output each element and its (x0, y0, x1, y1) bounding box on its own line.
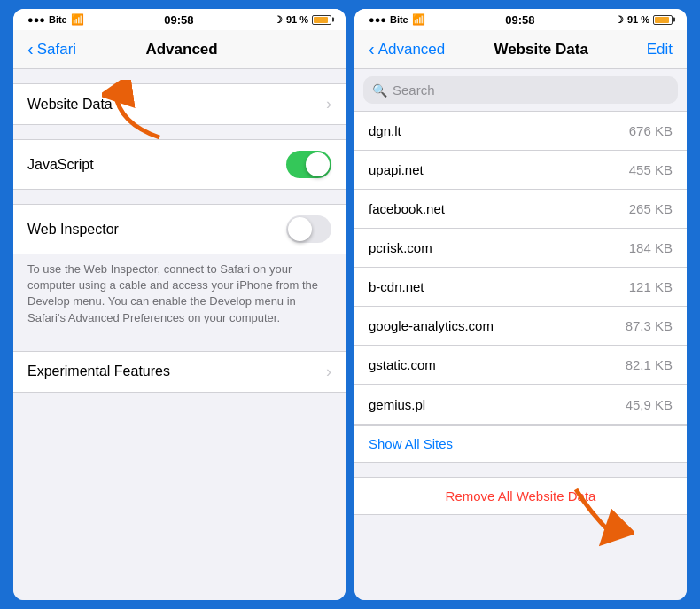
javascript-item: JavaScript (13, 140, 346, 189)
site-size-6: 82,1 KB (626, 357, 673, 372)
show-all-sites-label: Show All Sites (369, 436, 453, 451)
battery-icon-right (653, 15, 673, 25)
search-placeholder: Search (393, 82, 435, 98)
experimental-features-item[interactable]: Experimental Features › (13, 352, 346, 392)
nav-title-right: Website Data (494, 41, 587, 59)
moon-icon-right: ☽ (615, 14, 624, 26)
site-item-7[interactable]: gemius.pl 45,9 KB (354, 385, 687, 424)
site-size-0: 676 KB (629, 123, 673, 138)
site-name-1: upapi.net (369, 162, 424, 177)
back-button-left[interactable]: ‹ Safari (27, 39, 76, 59)
web-inspector-toggle[interactable] (286, 215, 331, 243)
search-icon: 🔍 (372, 83, 387, 98)
site-name-4: b-cdn.net (369, 279, 424, 294)
carrier-right: Bite (390, 14, 408, 25)
status-bar-right: ●●● Bite 📶 09:58 ☽ 91 % (354, 9, 687, 30)
javascript-label: JavaScript (27, 157, 94, 173)
site-item-5[interactable]: google-analytics.com 87,3 KB (354, 307, 687, 346)
nav-bar-right: ‹ Advanced Website Data Edit (354, 30, 687, 69)
time-right: 09:58 (505, 13, 534, 27)
nav-title-left: Advanced (145, 41, 217, 59)
signal-icon: ●●● (27, 14, 45, 25)
site-item-2[interactable]: facebook.net 265 KB (354, 190, 687, 229)
back-chevron-left: ‹ (27, 39, 34, 59)
site-size-1: 455 KB (629, 162, 673, 177)
site-item-6[interactable]: gstatic.com 82,1 KB (354, 346, 687, 385)
battery-icon-left (312, 15, 331, 25)
site-name-0: dgn.lt (369, 123, 401, 138)
back-chevron-right: ‹ (369, 39, 375, 59)
wifi-icon-left: 📶 (71, 13, 84, 26)
site-size-7: 45,9 KB (626, 397, 673, 412)
search-bar[interactable]: 🔍 Search (363, 76, 678, 104)
signal-icon-right: ●●● (369, 14, 386, 25)
show-all-sites-button[interactable]: Show All Sites (354, 425, 687, 463)
back-label-right: Advanced (378, 41, 446, 59)
web-inspector-item: Web Inspector (13, 205, 346, 254)
time-left: 09:58 (164, 13, 193, 27)
arrow-annotation-down (563, 476, 634, 547)
arrow-annotation-up (102, 80, 173, 142)
website-data-chevron: › (326, 95, 331, 113)
site-size-3: 184 KB (629, 240, 673, 255)
website-data-item[interactable]: Website Data › (13, 84, 346, 124)
right-content: 🔍 Search dgn.lt 676 KB upapi.net 455 KB … (354, 69, 687, 600)
site-name-6: gstatic.com (369, 357, 436, 372)
site-size-4: 121 KB (629, 279, 673, 294)
back-label-left: Safari (37, 41, 76, 59)
moon-icon-left: ☽ (274, 14, 283, 26)
back-button-right[interactable]: ‹ Advanced (369, 39, 445, 59)
right-phone-screen: ●●● Bite 📶 09:58 ☽ 91 % ‹ Advanced Websi… (354, 9, 687, 600)
left-phone-screen: ●●● Bite 📶 09:58 ☽ 91 % ‹ Safari Advance… (13, 9, 346, 600)
website-data-label: Website Data (27, 97, 113, 113)
site-item-0[interactable]: dgn.lt 676 KB (354, 112, 687, 151)
javascript-toggle[interactable] (286, 151, 331, 178)
left-content: Website Data › JavaScript (13, 69, 346, 600)
site-item-4[interactable]: b-cdn.net 121 KB (354, 268, 687, 307)
battery-pct-right: 91 % (627, 14, 649, 25)
site-name-5: google-analytics.com (369, 318, 494, 333)
status-bar-left: ●●● Bite 📶 09:58 ☽ 91 % (13, 9, 346, 30)
site-item-3[interactable]: pcrisk.com 184 KB (354, 229, 687, 268)
edit-button[interactable]: Edit (637, 41, 673, 59)
site-name-3: pcrisk.com (369, 240, 432, 255)
experimental-features-chevron: › (326, 363, 331, 381)
web-inspector-label: Web Inspector (27, 222, 119, 238)
remove-all-button[interactable]: Remove All Website Data (354, 477, 687, 515)
site-name-2: facebook.net (369, 201, 445, 216)
site-size-5: 87,3 KB (626, 318, 673, 333)
site-item-1[interactable]: upapi.net 455 KB (354, 151, 687, 190)
battery-pct-left: 91 % (286, 14, 308, 25)
wifi-icon-right: 📶 (412, 13, 425, 26)
sites-list: dgn.lt 676 KB upapi.net 455 KB facebook.… (354, 111, 687, 425)
web-inspector-description: To use the Web Inspector, connect to Saf… (13, 254, 346, 337)
carrier-left: Bite (49, 14, 67, 25)
site-size-2: 265 KB (629, 201, 673, 216)
experimental-features-label: Experimental Features (27, 363, 170, 379)
nav-bar-left: ‹ Safari Advanced (13, 30, 346, 69)
site-name-7: gemius.pl (369, 397, 425, 412)
